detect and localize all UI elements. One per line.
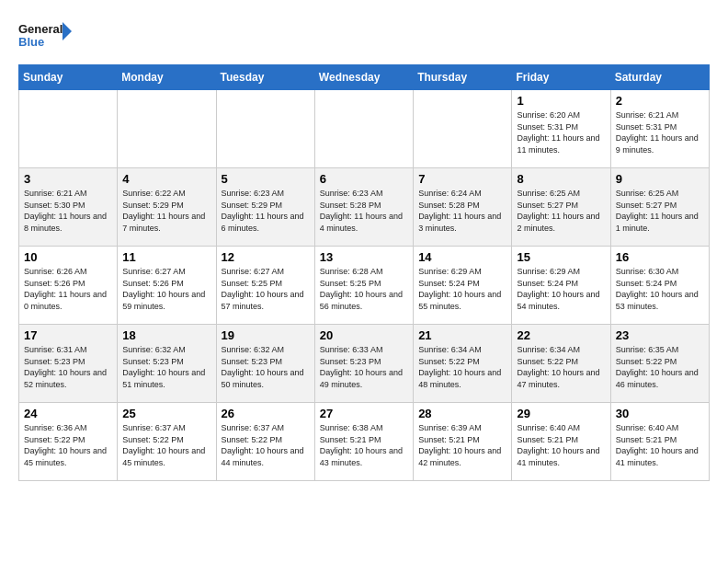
day-number: 28 — [418, 407, 506, 420]
day-cell: 1Sunrise: 6:20 AM Sunset: 5:31 PM Daylig… — [512, 90, 610, 168]
day-cell — [414, 90, 512, 168]
day-cell — [216, 90, 314, 168]
day-info: Sunrise: 6:29 AM Sunset: 5:24 PM Dayligh… — [418, 266, 506, 312]
day-number: 10 — [24, 250, 112, 264]
day-number: 14 — [418, 250, 506, 264]
day-cell: 13Sunrise: 6:28 AM Sunset: 5:25 PM Dayli… — [314, 247, 413, 325]
day-cell: 7Sunrise: 6:24 AM Sunset: 5:28 PM Daylig… — [414, 168, 512, 247]
day-cell: 18Sunrise: 6:32 AM Sunset: 5:23 PM Dayli… — [118, 325, 216, 403]
day-cell: 11Sunrise: 6:27 AM Sunset: 5:26 PM Dayli… — [118, 247, 216, 325]
day-info: Sunrise: 6:36 AM Sunset: 5:22 PM Dayligh… — [24, 422, 112, 468]
day-number: 22 — [517, 328, 605, 342]
day-info: Sunrise: 6:22 AM Sunset: 5:29 PM Dayligh… — [122, 188, 210, 234]
day-cell — [314, 90, 413, 168]
day-cell — [19, 90, 118, 168]
svg-text:General: General — [18, 22, 63, 36]
day-number: 3 — [24, 172, 112, 186]
header-cell-monday: Monday — [118, 65, 216, 90]
day-number: 29 — [517, 407, 605, 420]
calendar-header: SundayMondayTuesdayWednesdayThursdayFrid… — [19, 65, 710, 90]
day-cell: 17Sunrise: 6:31 AM Sunset: 5:23 PM Dayli… — [19, 325, 118, 403]
day-info: Sunrise: 6:32 AM Sunset: 5:23 PM Dayligh… — [222, 344, 310, 390]
day-number: 23 — [616, 328, 704, 342]
day-cell: 26Sunrise: 6:37 AM Sunset: 5:22 PM Dayli… — [216, 403, 314, 481]
calendar-table: SundayMondayTuesdayWednesdayThursdayFrid… — [18, 64, 710, 481]
day-number: 7 — [418, 172, 506, 186]
day-number: 26 — [222, 407, 310, 420]
day-cell: 23Sunrise: 6:35 AM Sunset: 5:22 PM Dayli… — [610, 325, 709, 403]
day-cell: 30Sunrise: 6:40 AM Sunset: 5:21 PM Dayli… — [610, 403, 709, 481]
header-cell-tuesday: Tuesday — [216, 65, 314, 90]
day-info: Sunrise: 6:38 AM Sunset: 5:21 PM Dayligh… — [320, 422, 408, 468]
day-number: 16 — [616, 250, 704, 264]
week-row-2: 3Sunrise: 6:21 AM Sunset: 5:30 PM Daylig… — [19, 168, 710, 247]
day-cell: 29Sunrise: 6:40 AM Sunset: 5:21 PM Dayli… — [512, 403, 610, 481]
day-info: Sunrise: 6:27 AM Sunset: 5:26 PM Dayligh… — [122, 266, 210, 312]
day-number: 25 — [122, 407, 210, 420]
day-number: 15 — [517, 250, 605, 264]
day-info: Sunrise: 6:20 AM Sunset: 5:31 PM Dayligh… — [517, 109, 605, 155]
day-number: 6 — [320, 172, 408, 186]
day-info: Sunrise: 6:37 AM Sunset: 5:22 PM Dayligh… — [222, 422, 310, 468]
day-cell: 8Sunrise: 6:25 AM Sunset: 5:27 PM Daylig… — [512, 168, 610, 247]
header-cell-thursday: Thursday — [414, 65, 512, 90]
day-cell: 21Sunrise: 6:34 AM Sunset: 5:22 PM Dayli… — [414, 325, 512, 403]
header-cell-sunday: Sunday — [19, 65, 118, 90]
day-cell: 19Sunrise: 6:32 AM Sunset: 5:23 PM Dayli… — [216, 325, 314, 403]
day-number: 5 — [222, 172, 310, 186]
day-number: 20 — [320, 328, 408, 342]
day-info: Sunrise: 6:40 AM Sunset: 5:21 PM Dayligh… — [616, 422, 704, 468]
day-cell — [118, 90, 216, 168]
day-info: Sunrise: 6:23 AM Sunset: 5:29 PM Dayligh… — [222, 188, 310, 234]
day-info: Sunrise: 6:27 AM Sunset: 5:25 PM Dayligh… — [222, 266, 310, 312]
day-number: 2 — [616, 94, 704, 108]
day-cell: 20Sunrise: 6:33 AM Sunset: 5:23 PM Dayli… — [314, 325, 413, 403]
day-cell: 24Sunrise: 6:36 AM Sunset: 5:22 PM Dayli… — [19, 403, 118, 481]
day-info: Sunrise: 6:28 AM Sunset: 5:25 PM Dayligh… — [320, 266, 408, 312]
week-row-5: 24Sunrise: 6:36 AM Sunset: 5:22 PM Dayli… — [19, 403, 710, 481]
day-number: 11 — [122, 250, 210, 264]
day-cell: 9Sunrise: 6:25 AM Sunset: 5:27 PM Daylig… — [610, 168, 709, 247]
header-cell-wednesday: Wednesday — [314, 65, 413, 90]
day-cell: 2Sunrise: 6:21 AM Sunset: 5:31 PM Daylig… — [610, 90, 709, 168]
week-row-1: 1Sunrise: 6:20 AM Sunset: 5:31 PM Daylig… — [19, 90, 710, 168]
day-cell: 22Sunrise: 6:34 AM Sunset: 5:22 PM Dayli… — [512, 325, 610, 403]
svg-marker-2 — [63, 22, 72, 40]
day-cell: 10Sunrise: 6:26 AM Sunset: 5:26 PM Dayli… — [19, 247, 118, 325]
logo-svg: General Blue — [18, 18, 74, 55]
day-cell: 4Sunrise: 6:22 AM Sunset: 5:29 PM Daylig… — [118, 168, 216, 247]
day-cell: 5Sunrise: 6:23 AM Sunset: 5:29 PM Daylig… — [216, 168, 314, 247]
day-info: Sunrise: 6:30 AM Sunset: 5:24 PM Dayligh… — [616, 266, 704, 312]
day-info: Sunrise: 6:25 AM Sunset: 5:27 PM Dayligh… — [517, 188, 605, 234]
calendar-body: 1Sunrise: 6:20 AM Sunset: 5:31 PM Daylig… — [19, 90, 710, 481]
day-info: Sunrise: 6:24 AM Sunset: 5:28 PM Dayligh… — [418, 188, 506, 234]
day-cell: 16Sunrise: 6:30 AM Sunset: 5:24 PM Dayli… — [610, 247, 709, 325]
svg-text:Blue: Blue — [18, 35, 44, 49]
header-row: SundayMondayTuesdayWednesdayThursdayFrid… — [19, 65, 710, 90]
day-number: 27 — [320, 407, 408, 420]
week-row-3: 10Sunrise: 6:26 AM Sunset: 5:26 PM Dayli… — [19, 247, 710, 325]
day-info: Sunrise: 6:29 AM Sunset: 5:24 PM Dayligh… — [517, 266, 605, 312]
day-info: Sunrise: 6:34 AM Sunset: 5:22 PM Dayligh… — [418, 344, 506, 390]
day-info: Sunrise: 6:21 AM Sunset: 5:31 PM Dayligh… — [616, 109, 704, 155]
day-cell: 6Sunrise: 6:23 AM Sunset: 5:28 PM Daylig… — [314, 168, 413, 247]
day-info: Sunrise: 6:21 AM Sunset: 5:30 PM Dayligh… — [24, 188, 112, 234]
day-info: Sunrise: 6:40 AM Sunset: 5:21 PM Dayligh… — [517, 422, 605, 468]
week-row-4: 17Sunrise: 6:31 AM Sunset: 5:23 PM Dayli… — [19, 325, 710, 403]
day-info: Sunrise: 6:39 AM Sunset: 5:21 PM Dayligh… — [418, 422, 506, 468]
header: General Blue — [18, 18, 710, 55]
day-info: Sunrise: 6:33 AM Sunset: 5:23 PM Dayligh… — [320, 344, 408, 390]
day-cell: 25Sunrise: 6:37 AM Sunset: 5:22 PM Dayli… — [118, 403, 216, 481]
header-cell-saturday: Saturday — [610, 65, 709, 90]
day-number: 13 — [320, 250, 408, 264]
day-info: Sunrise: 6:31 AM Sunset: 5:23 PM Dayligh… — [24, 344, 112, 390]
day-cell: 14Sunrise: 6:29 AM Sunset: 5:24 PM Dayli… — [414, 247, 512, 325]
day-number: 30 — [616, 407, 704, 420]
day-info: Sunrise: 6:34 AM Sunset: 5:22 PM Dayligh… — [517, 344, 605, 390]
day-number: 18 — [122, 328, 210, 342]
day-number: 17 — [24, 328, 112, 342]
day-number: 12 — [222, 250, 310, 264]
day-number: 1 — [517, 94, 605, 108]
day-info: Sunrise: 6:25 AM Sunset: 5:27 PM Dayligh… — [616, 188, 704, 234]
day-cell: 3Sunrise: 6:21 AM Sunset: 5:30 PM Daylig… — [19, 168, 118, 247]
